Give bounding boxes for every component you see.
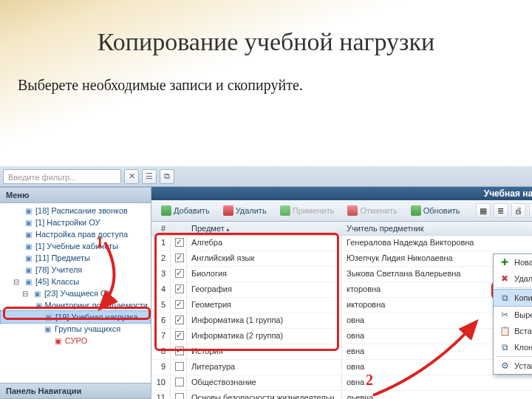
context-menu-item[interactable]: ⧉Клонировать запись	[494, 339, 532, 355]
tree-item[interactable]: ▣Мониторинг посещаемости	[0, 299, 151, 311]
table-row[interactable]: 1АлгебраГенералова Надежда Викторовна	[151, 236, 532, 251]
collapse-icon: ⊟	[21, 289, 30, 298]
context-menu-item[interactable]: 📋Вставить запись	[494, 323, 532, 339]
table-row[interactable]: 9Литератураовна	[151, 360, 532, 375]
tree-item-label: [78] Учителя	[35, 265, 82, 274]
tree-item[interactable]: ▣Группы учащихся	[0, 323, 151, 335]
tree-item-label: [11] Предметы	[35, 253, 90, 262]
table-row[interactable]: 3БиологияЗыкова Светлана Валерьевна	[151, 267, 532, 282]
table-row[interactable]: 10Обществознаниеовна	[151, 375, 532, 391]
checkbox-icon	[175, 347, 184, 355]
tree-item[interactable]: ▣[19] Учебная нагрузка	[0, 310, 151, 324]
folder-icon: ▣	[24, 253, 33, 262]
table-row[interactable]: 11Основы безопасности жизнедеятельнльевн…	[151, 391, 532, 399]
context-menu-item[interactable]: ✖Удалить запись	[494, 270, 532, 287]
cell-subject: Английский язык	[187, 251, 342, 266]
apply-button[interactable]: Применить	[275, 203, 340, 218]
context-menu-icon: ✖	[499, 273, 510, 284]
folder-icon: ▣	[53, 336, 62, 345]
tree-item[interactable]: ⊟▣[23] Учащиеся ОУ	[0, 287, 151, 299]
table-row[interactable]: 6Информатика (1 группа)овна	[151, 313, 532, 329]
col-check-header[interactable]	[171, 222, 187, 235]
filter-settings-button[interactable]: ⧉	[160, 169, 174, 184]
col-subject-header[interactable]: Предмет	[187, 222, 342, 235]
row-checkbox-cell[interactable]	[171, 313, 187, 328]
cell-subject: Литература	[187, 360, 342, 375]
slide-subtitle: Выберете необходимые записи и скопируйте…	[18, 77, 532, 94]
col-teacher-header[interactable]: Учитель предметник	[342, 222, 532, 235]
table-row[interactable]: 5Геометрияикторовна	[151, 298, 532, 313]
table-row[interactable]: 7Информатика (2 группа)овна	[151, 329, 532, 344]
row-checkbox-cell[interactable]	[171, 360, 187, 375]
annotation-number-1: 1	[96, 234, 103, 251]
add-button[interactable]: Добавить	[156, 203, 215, 218]
print-icon-button[interactable]: 🖨	[511, 203, 526, 218]
tree-item[interactable]: ▣Настройка прав доступа	[0, 228, 151, 240]
data-grid[interactable]: # Предмет Учитель предметник 1АлгебраГен…	[151, 222, 532, 399]
checkbox-icon	[175, 284, 184, 293]
cell-subject: История	[187, 344, 342, 359]
tree-item-label: Настройка прав доступа	[35, 230, 128, 239]
row-checkbox-cell[interactable]	[171, 344, 187, 359]
tree-item-label: [23] Учащиеся ОУ	[44, 289, 112, 298]
context-menu-item[interactable]: ✂Вырезать запись	[494, 307, 532, 323]
context-menu-item[interactable]: ⧉Копировать запись	[494, 289, 532, 307]
delete-button[interactable]: Удалить	[218, 203, 272, 218]
tree-item[interactable]: ▣[78] Учителя	[0, 264, 151, 276]
checkbox-icon	[175, 253, 184, 262]
table-row[interactable]: 8Историяевна	[151, 344, 532, 360]
filter-tree-button[interactable]: ☰	[142, 169, 157, 184]
filter-input[interactable]: Введите фильтр...	[3, 169, 121, 184]
filter-icon-button[interactable]: ▾	[529, 203, 532, 218]
row-checkbox-cell[interactable]	[171, 391, 187, 399]
folder-icon: ▣	[33, 289, 41, 298]
tree-bullet-icon	[12, 230, 21, 239]
context-menu-label: Новая запись	[514, 258, 532, 267]
folder-icon: ▣	[44, 313, 52, 321]
table-row[interactable]: 4Географиякторовна	[151, 282, 532, 298]
grid-icon-button[interactable]: ▦	[476, 203, 491, 218]
row-number: 1	[151, 236, 171, 250]
list-icon-button[interactable]: ≣	[494, 203, 508, 218]
refresh-icon	[411, 205, 421, 216]
clear-filter-button[interactable]: ✕	[124, 169, 139, 184]
navigation-tree[interactable]: ▣[18] Расписание звонков▣[1] Настройки О…	[0, 203, 151, 383]
row-checkbox-cell[interactable]	[171, 329, 187, 344]
tree-item[interactable]: ▣[1] Учебные кабинеты	[0, 240, 151, 252]
tree-bullet-icon	[32, 313, 41, 321]
checkbox-icon	[175, 316, 184, 324]
row-checkbox-cell[interactable]	[171, 298, 187, 313]
context-menu-label: Установка значений	[514, 361, 532, 370]
row-number: 10	[151, 375, 171, 390]
context-menu-icon: ✚	[499, 257, 510, 267]
tree-item[interactable]: ▣[11] Предметы	[0, 252, 151, 264]
col-num-header[interactable]: #	[151, 222, 171, 235]
context-menu-label: Клонировать запись	[514, 343, 532, 352]
context-menu-label: Удалить запись	[514, 274, 532, 283]
row-checkbox-cell[interactable]	[171, 251, 187, 266]
tree-item[interactable]: ▣[18] Расписание звонков	[0, 205, 151, 216]
row-checkbox-cell[interactable]	[171, 282, 187, 297]
tree-item[interactable]: ▣СУРО	[0, 335, 151, 347]
row-checkbox-cell[interactable]	[171, 375, 187, 390]
context-menu-label: Копировать запись	[514, 293, 532, 302]
cell-subject: Основы безопасности жизнедеятельн	[187, 391, 342, 399]
row-checkbox-cell[interactable]	[171, 267, 187, 282]
tree-item[interactable]: ⊟▣[45] Классы	[0, 276, 151, 287]
tree-bullet-icon	[12, 265, 21, 274]
checkbox-icon	[175, 238, 184, 247]
context-menu-item[interactable]: ⚙Установка значений	[494, 358, 532, 374]
table-row[interactable]: 2Английский языкЮзепчук Лидия Николаевна	[151, 251, 532, 267]
tree-bullet-icon	[12, 206, 21, 215]
row-checkbox-cell[interactable]	[171, 236, 187, 250]
cancel-button[interactable]: Отменить	[342, 203, 402, 218]
row-number: 2	[151, 251, 171, 266]
grid-header: # Предмет Учитель предметник	[151, 222, 532, 236]
context-menu-item[interactable]: ✚Новая запись	[494, 254, 532, 270]
tree-bullet-icon	[12, 218, 21, 227]
tree-bullet-icon	[12, 242, 21, 250]
tree-item[interactable]: ▣[1] Настройки ОУ	[0, 216, 151, 228]
check-icon	[280, 205, 290, 216]
context-menu[interactable]: ✚Новая запись✖Удалить запись⧉Копировать …	[493, 253, 532, 375]
refresh-button[interactable]: Обновить	[406, 203, 466, 218]
